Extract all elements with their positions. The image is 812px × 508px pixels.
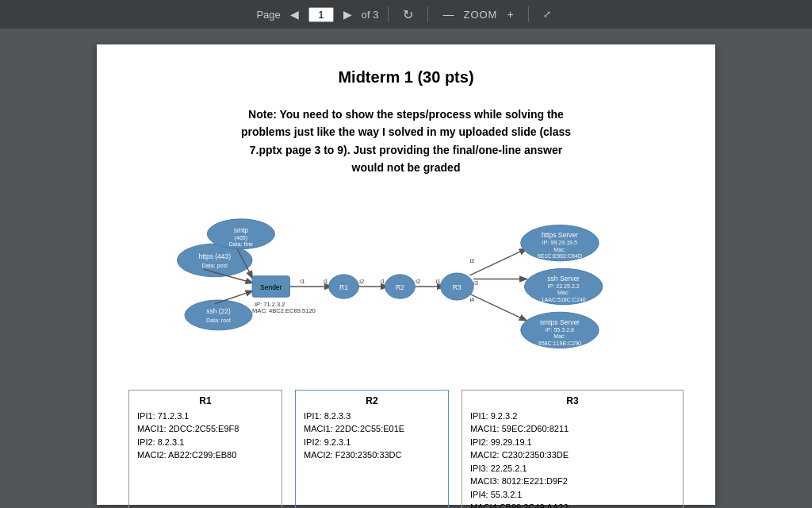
- svg-line-3: [469, 248, 526, 275]
- total-pages: of 3: [362, 9, 379, 21]
- r2-row-3: MACI2: F230:2350:33DC: [304, 448, 440, 462]
- svg-text:ssh Server: ssh Server: [547, 274, 580, 282]
- r2-row-1: MACI1: 22DC:2C55:E01E: [304, 422, 440, 436]
- svg-text:IP: 99.29.19.5: IP: 99.29.19.5: [542, 240, 577, 246]
- page-number-input[interactable]: [308, 7, 334, 22]
- r1-table: R1 IPI1: 71.2.3.1 MACI1: 2DCC:2C55:E9F8 …: [128, 390, 282, 508]
- svg-text:9E1C:E992:C84D: 9E1C:E992:C84D: [538, 253, 582, 260]
- r1-row-1: MACI1: 2DCC:2C55:E9F8: [137, 422, 274, 436]
- svg-text:i2: i2: [416, 278, 420, 285]
- refresh-button[interactable]: ↻: [398, 6, 418, 24]
- svg-text:i1: i1: [301, 278, 305, 285]
- r3-table-title: R3: [470, 395, 675, 406]
- zoom-label: ZOOM: [463, 9, 497, 21]
- prev-page-button[interactable]: ◀: [285, 6, 304, 22]
- svg-text:Data: root: Data: root: [206, 318, 231, 324]
- svg-text:Data: post: Data: post: [202, 263, 228, 269]
- svg-text:i1: i1: [324, 278, 328, 285]
- svg-text:i2: i2: [469, 256, 474, 264]
- svg-text:smtp: smtp: [234, 226, 249, 234]
- note-text: Note: You need to show the steps/process…: [128, 106, 684, 177]
- page-label: Page: [256, 9, 280, 21]
- svg-text:1AAC:518C:C240: 1AAC:518C:C240: [542, 296, 586, 302]
- r2-table-title: R2: [304, 395, 440, 406]
- r1-table-title: R1: [137, 395, 274, 406]
- svg-line-5: [469, 294, 526, 320]
- r3-row-1: MACI1: 59EC:2D60:8211: [470, 422, 675, 436]
- r1-row-0: IPI1: 71.2.3.1: [137, 410, 274, 423]
- svg-text:Mac:: Mac:: [553, 246, 565, 252]
- next-page-button[interactable]: ▶: [339, 6, 357, 22]
- network-diagram: https (443) Data: post smtp (465) Data: …: [128, 199, 684, 374]
- separator-1: [388, 6, 389, 22]
- r3-row-7: MACI4:CB99:2C49:AA22:: [470, 501, 675, 508]
- separator-3: [528, 6, 529, 22]
- content-area: Midterm 1 (30 pts) Note: You need to sho…: [0, 29, 812, 508]
- svg-text:MAC: 4BC2:EC89:5120: MAC: 4BC2:EC89:5120: [252, 307, 316, 314]
- r3-row-3: MACI2: C230:2350:33DE: [470, 448, 675, 462]
- r3-row-4: IPI3: 22.25.2.1: [470, 462, 675, 475]
- r2-table: R2 IPI1: 8.2.3.3 MACI1: 22DC:2C55:E01E I…: [295, 390, 449, 508]
- r3-row-0: IPI1: 9.2.3.2: [470, 410, 675, 423]
- separator-2: [427, 6, 428, 22]
- r3-row-6: IPI4: 55.3.2.1: [470, 488, 675, 502]
- svg-text:i4: i4: [469, 295, 474, 302]
- r3-row-5: MACI3: 8012:E221:D9F2: [470, 475, 675, 488]
- svg-text:i2: i2: [359, 278, 364, 285]
- svg-text:Data: fine: Data: fine: [229, 241, 253, 247]
- svg-text:smtps Server: smtps Server: [540, 318, 580, 325]
- svg-text:https Server: https Server: [542, 230, 578, 238]
- svg-text:https (443): https (443): [198, 252, 231, 260]
- svg-text:R1: R1: [339, 283, 348, 291]
- svg-text:IP: 55.3.2.8: IP: 55.3.2.8: [546, 326, 574, 333]
- fit-button[interactable]: ⤢: [538, 7, 556, 21]
- svg-text:ssh (22): ssh (22): [206, 307, 231, 315]
- svg-text:i1: i1: [436, 278, 441, 285]
- r3-table: R3 IPI1: 9.2.3.2 MACI1: 59EC:2D60:8211 I…: [462, 390, 684, 508]
- svg-text:R2: R2: [396, 283, 404, 291]
- toolbar: Page ◀ ▶ of 3 ↻ — ZOOM + ⤢: [0, 0, 812, 29]
- svg-text:i1: i1: [381, 278, 385, 285]
- svg-text:i3: i3: [473, 279, 478, 287]
- svg-text:Mac:: Mac:: [553, 333, 565, 340]
- zoom-out-button[interactable]: —: [438, 6, 458, 22]
- svg-text:IP: 22.25.2.2: IP: 22.25.2.2: [548, 283, 580, 289]
- page-title: Midterm 1 (30 pts): [128, 68, 684, 87]
- svg-text:Sender: Sender: [260, 283, 282, 291]
- r2-row-0: IPI1: 8.2.3.3: [304, 410, 440, 423]
- r2-row-2: IPI2: 9.2.3.1: [304, 436, 440, 449]
- svg-text:958C:119E:C290: 958C:119E:C290: [538, 340, 581, 346]
- r1-row-3: MACI2: AB22:C299:EB80: [137, 448, 274, 462]
- svg-text:Mac:: Mac:: [557, 290, 569, 296]
- svg-text:R3: R3: [453, 283, 462, 291]
- zoom-in-button[interactable]: +: [502, 6, 518, 22]
- r3-row-2: IPI2: 99.29.19.1: [470, 436, 675, 449]
- tables-row: R1 IPI1: 71.2.3.1 MACI1: 2DCC:2C55:E9F8 …: [128, 390, 684, 508]
- page: Midterm 1 (30 pts) Note: You need to sho…: [97, 44, 715, 505]
- r1-row-2: IPI2: 8.2.3.1: [137, 436, 274, 449]
